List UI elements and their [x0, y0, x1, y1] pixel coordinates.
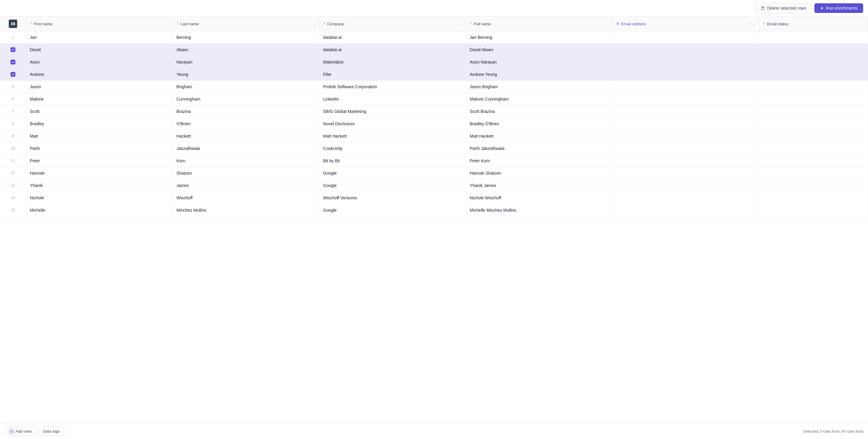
firstname-sort-icon[interactable]: ⌄: [167, 22, 169, 26]
run-enrichments-button[interactable]: Run enrichments: [814, 3, 863, 13]
table-row[interactable]: 11PeterKornBit by BitPeter Korn: [0, 155, 868, 167]
row-checkbox[interactable]: [2, 47, 24, 52]
text-type-icon: T: [30, 22, 32, 26]
cell-company: SB/G Global Marketing: [319, 105, 466, 118]
header-fullname[interactable]: T Full name ⌄: [466, 16, 613, 31]
delete-selected-button[interactable]: Delete selected rows: [755, 3, 811, 13]
cell-firstname: Bradley: [26, 118, 173, 130]
cell-company: Google: [319, 204, 466, 216]
cell-lastname: Hackett: [173, 130, 319, 142]
cell-email: [613, 179, 760, 192]
cell-firstname: Hannah: [26, 167, 173, 179]
cell-email: [613, 68, 760, 81]
bottom-bar: Add rows Data logs Selected 3 rows from …: [0, 423, 868, 439]
table-row[interactable]: 12HannahShatzenGoogleHannah Shatzen: [0, 167, 868, 179]
header-email[interactable]: ✉ Email address — ⌄: [613, 16, 760, 31]
cell-company: Wischoff Ventures: [319, 192, 466, 204]
email-sort-icon[interactable]: ⌄: [753, 22, 755, 26]
cell-fullname: Scott Brazina: [466, 105, 613, 118]
sparkle-icon: [820, 6, 824, 10]
cell-email: [613, 105, 760, 118]
cell-firstname: Jan: [26, 31, 173, 44]
cell-emailstatus: [759, 179, 868, 192]
row-checkbox[interactable]: [2, 60, 24, 64]
cell-company: Fibe: [319, 68, 466, 81]
header-company[interactable]: T Company ⌄: [319, 16, 466, 31]
table-row[interactable]: AndrewYeungFibeAndrew Yeung: [0, 68, 868, 81]
run-button-label: Run enrichments: [826, 6, 858, 10]
add-rows-button[interactable]: Add rows: [5, 427, 36, 436]
row-number-cell: 5: [0, 81, 26, 93]
fullname-sort-icon[interactable]: ⌄: [607, 22, 609, 26]
cell-emailstatus: [759, 155, 868, 167]
cell-lastname: James: [173, 179, 319, 192]
cell-fullname: Arjun Narayan: [466, 56, 613, 68]
lastname-sort-icon[interactable]: ⌄: [313, 22, 315, 26]
row-number-cell: 1: [0, 31, 26, 44]
company-sort-icon[interactable]: ⌄: [460, 22, 462, 26]
cell-lastname: Yeung: [173, 68, 319, 81]
cell-lastname: Shatzen: [173, 167, 319, 179]
data-logs-label: Data logs: [43, 429, 60, 434]
header-lastname[interactable]: T Last name ⌄: [173, 16, 319, 31]
row-number-cell: [0, 56, 26, 68]
add-rows-label: Add rows: [16, 429, 32, 434]
row-number-cell: 14: [0, 192, 26, 204]
cell-lastname: Cunningham: [173, 93, 319, 105]
table-header-row: T First name ⌄ T Last name ⌄ T Compa: [0, 16, 868, 31]
cell-firstname: Yhanik: [26, 179, 173, 192]
text-type-icon4: T: [470, 22, 472, 26]
table-row[interactable]: 15MichelleMinchez MullinsGoogleMichelle …: [0, 204, 868, 216]
table-row[interactable]: 14NicholeWischoffWischoff VenturesNichol…: [0, 192, 868, 204]
table-row[interactable]: 1JanBerningdatabar.aiJan Berning: [0, 31, 868, 44]
cell-company: CookUnity: [319, 142, 466, 155]
table-row[interactable]: 5JasonBrighamProlink Software Corporatio…: [0, 81, 868, 93]
row-checkbox[interactable]: [2, 72, 24, 77]
table-row[interactable]: 7ScottBrazinaSB/G Global MarketingScott …: [0, 105, 868, 118]
bottom-left-actions: Add rows Data logs: [5, 427, 64, 436]
row-number-cell: 11: [0, 155, 26, 167]
table-row[interactable]: 13YhanikJamesGoogleYhanik James: [0, 179, 868, 192]
text-type-icon2: T: [177, 22, 179, 26]
hide-button[interactable]: [9, 20, 17, 28]
cell-emailstatus: [759, 44, 868, 56]
email-col-label: Email address: [621, 22, 746, 26]
table-row[interactable]: 6MalorieCunninghamLinkedInMalorie Cunnin…: [0, 93, 868, 105]
columns-icon: [11, 22, 15, 26]
emailstatus-col-label: Email status: [767, 22, 864, 26]
row-number-cell: 13: [0, 179, 26, 192]
trash-icon: [761, 6, 765, 10]
cell-firstname: Jason: [26, 81, 173, 93]
cell-lastname: Narayan: [173, 56, 319, 68]
cell-company: Materialize: [319, 56, 466, 68]
firstname-col-label: First name: [34, 22, 164, 26]
table-row[interactable]: DavidAbaevdatabar.aiDavid Abaev: [0, 44, 868, 56]
cell-lastname: O'Brien: [173, 118, 319, 130]
cell-email: [613, 155, 760, 167]
table-row[interactable]: 10ParthJalundhwalaCookUnityParth Jalundh…: [0, 142, 868, 155]
delete-button-label: Delete selected rows: [767, 6, 806, 10]
cell-fullname: Yhanik James: [466, 179, 613, 192]
cell-lastname: Brazina: [173, 105, 319, 118]
cell-lastname: Minchez Mullins: [173, 204, 319, 216]
cell-company: Google: [319, 167, 466, 179]
cell-email: [613, 192, 760, 204]
cell-email: [613, 31, 760, 44]
cell-email: [613, 56, 760, 68]
header-emailstatus[interactable]: T Email status: [759, 16, 868, 31]
cell-emailstatus: [759, 142, 868, 155]
cell-lastname: Berning: [173, 31, 319, 44]
header-firstname[interactable]: T First name ⌄: [26, 16, 173, 31]
data-logs-button[interactable]: Data logs: [38, 427, 64, 436]
table-body: 1JanBerningdatabar.aiJan BerningDavidAba…: [0, 31, 868, 216]
cell-fullname: Matt Hackett: [466, 130, 613, 142]
cell-fullname: Hannah Shatzen: [466, 167, 613, 179]
table-row[interactable]: ArjunNarayanMaterializeArjun Narayan: [0, 56, 868, 68]
svg-rect-2: [12, 22, 13, 25]
table-row[interactable]: 8BradleyO'BrienNovel DisclosureBradley O…: [0, 118, 868, 130]
cell-company: Matt Hackett: [319, 130, 466, 142]
table-row[interactable]: 9MattHackettMatt HackettMatt Hackett: [0, 130, 868, 142]
cell-fullname: Jan Berning: [466, 31, 613, 44]
cell-email: [613, 118, 760, 130]
cell-firstname: David: [26, 44, 173, 56]
